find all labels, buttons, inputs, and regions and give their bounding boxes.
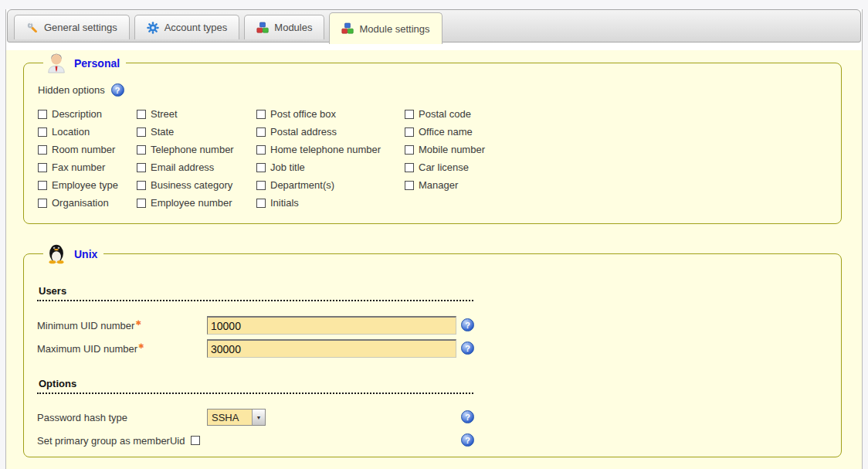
checkbox-item[interactable]: Telephone number <box>137 144 256 155</box>
checkbox-item[interactable]: Business category <box>137 180 256 190</box>
checkbox[interactable] <box>137 163 146 172</box>
checkbox-item[interactable]: Department(s) <box>256 180 405 190</box>
checkbox[interactable] <box>256 163 266 172</box>
password-hash-value: SSHA <box>208 412 252 423</box>
checkbox-item[interactable]: Post office box <box>256 109 405 119</box>
checkbox[interactable] <box>137 110 146 119</box>
checkbox[interactable] <box>405 110 414 119</box>
checkbox-item[interactable]: State <box>137 127 256 137</box>
checkbox[interactable] <box>256 199 266 208</box>
checkbox[interactable] <box>405 127 414 137</box>
tab-label: Module settings <box>359 23 429 35</box>
max-uid-input[interactable] <box>207 339 456 358</box>
checkbox[interactable] <box>256 145 266 155</box>
checkbox[interactable] <box>38 181 47 190</box>
checkbox[interactable] <box>137 181 146 190</box>
tab-general-settings[interactable]: General settings <box>14 15 130 39</box>
checkbox-item[interactable]: Location <box>38 127 137 137</box>
help-icon[interactable]: ? <box>461 433 474 447</box>
personal-legend: Personal <box>43 50 126 76</box>
checkbox-item[interactable]: Email address <box>137 162 256 172</box>
max-uid-row: Maximum UID number✱ ? <box>37 339 829 358</box>
checkbox-item[interactable]: Manager <box>405 180 575 190</box>
checkbox-item[interactable]: Initials <box>256 198 405 208</box>
checkbox[interactable] <box>38 199 47 208</box>
min-uid-label: Minimum UID number <box>37 320 134 331</box>
tab-module-settings[interactable]: Module settings <box>329 12 442 44</box>
blocks-icon <box>341 22 354 35</box>
unix-legend: Unix <box>43 241 103 267</box>
min-uid-input[interactable] <box>207 316 456 335</box>
options-subheader: Options <box>37 378 473 394</box>
tab-label: General settings <box>44 22 117 33</box>
checkbox[interactable] <box>38 110 47 119</box>
hidden-options-grid: Description Street Post office box Posta… <box>38 109 829 208</box>
checkbox-item[interactable]: Job title <box>256 162 405 172</box>
min-uid-row: Minimum UID number✱ ? <box>37 316 829 335</box>
unix-section: Unix Users Minimum UID number✱ ? Maximum… <box>23 241 842 457</box>
password-hash-select[interactable]: SSHA ▼ <box>207 409 266 426</box>
tab-modules[interactable]: Modules <box>244 15 324 39</box>
password-hash-label: Password hash type <box>37 412 207 423</box>
checkbox[interactable] <box>38 145 47 155</box>
checkbox-item[interactable]: Postal code <box>405 109 575 119</box>
personal-section: Personal Hidden options ? Description St… <box>23 50 842 224</box>
hidden-options-label: Hidden options <box>38 84 105 96</box>
checkbox[interactable] <box>405 163 414 172</box>
checkbox-item[interactable]: Car license <box>405 162 575 172</box>
help-icon[interactable]: ? <box>461 318 474 331</box>
checkbox[interactable] <box>137 127 146 137</box>
checkbox-item[interactable]: Fax number <box>38 162 137 172</box>
checkbox[interactable] <box>38 127 47 137</box>
checkbox-item[interactable]: Employee number <box>137 198 256 208</box>
max-uid-label: Maximum UID number <box>37 343 137 355</box>
section-title: Personal <box>74 57 120 70</box>
tab-bar: General settings <box>7 9 861 42</box>
member-uid-row: Set primary group as memberUid ? <box>37 433 829 447</box>
section-title: Unix <box>74 248 97 260</box>
checkbox-item[interactable]: Mobile number <box>405 144 575 155</box>
checkbox-item[interactable]: Postal address <box>256 127 405 137</box>
chevron-down-icon: ▼ <box>252 410 265 425</box>
checkbox[interactable] <box>405 145 414 155</box>
checkbox[interactable] <box>405 181 414 190</box>
page: General settings <box>5 9 863 469</box>
checkbox[interactable] <box>256 181 266 190</box>
checkbox[interactable] <box>256 127 266 137</box>
tab-account-types[interactable]: Account types <box>134 15 240 39</box>
checkbox-item[interactable]: Home telephone number <box>256 144 405 155</box>
password-hash-row: Password hash type SSHA ▼ ? <box>37 408 829 427</box>
checkbox[interactable] <box>256 110 266 119</box>
wrench-icon <box>26 22 39 34</box>
checkbox[interactable] <box>137 145 146 155</box>
checkbox[interactable] <box>38 163 47 172</box>
module-settings-panel: Personal Hidden options ? Description St… <box>6 50 862 469</box>
checkbox-item[interactable]: Street <box>137 109 256 119</box>
member-uid-checkbox[interactable] <box>191 436 200 445</box>
tux-icon <box>45 241 68 267</box>
checkbox-item[interactable]: Description <box>38 109 137 119</box>
checkbox-item[interactable]: Room number <box>38 144 137 155</box>
help-icon[interactable]: ? <box>111 83 124 97</box>
required-icon: ✱ <box>138 342 144 350</box>
required-icon: ✱ <box>135 319 141 327</box>
help-icon[interactable]: ? <box>461 410 474 423</box>
checkbox[interactable] <box>137 199 146 208</box>
help-icon[interactable]: ? <box>461 342 474 355</box>
gear-icon <box>147 22 159 34</box>
member-uid-label: Set primary group as memberUid <box>37 435 185 447</box>
checkbox-item[interactable]: Employee type <box>38 180 137 190</box>
checkbox-item[interactable]: Organisation <box>38 198 137 208</box>
users-subheader: Users <box>37 285 473 301</box>
user-icon <box>45 50 68 76</box>
checkbox-item[interactable]: Office name <box>405 127 575 137</box>
blocks-icon <box>256 22 269 34</box>
tab-label: Account types <box>164 22 228 33</box>
tab-label: Modules <box>274 22 312 33</box>
